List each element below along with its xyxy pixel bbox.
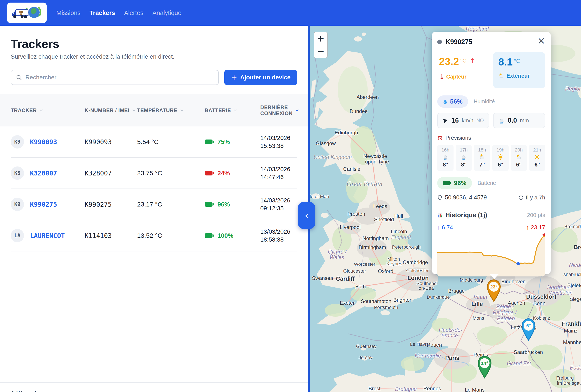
wind-box: 16 km/h NO — [437, 113, 489, 128]
main-nav: MissionsTrackersAlertesAnalytique — [56, 0, 182, 26]
map-label: Exeter — [340, 300, 354, 306]
map-label: Swansea — [312, 275, 333, 281]
nav-item[interactable]: Missions — [56, 9, 80, 16]
forecast-weather-icon — [529, 154, 545, 161]
sensor-temp-value: 23.2 — [439, 56, 459, 67]
items-count: 4 éléments — [11, 390, 308, 392]
add-device-button[interactable]: + Ajouter un device — [224, 70, 297, 85]
truck-globe-logo-icon — [11, 4, 43, 21]
table-row[interactable]: K3 K328007 K328007 23.75 °C 24% 14/03/20… — [11, 158, 297, 189]
battery-icon — [204, 201, 214, 207]
map-label: United Kingdom — [314, 154, 352, 160]
sort-chevron-icon — [132, 108, 136, 113]
last-connection-time: 14:47:46 — [260, 173, 297, 181]
tracker-name-link[interactable]: K990093 — [30, 138, 57, 146]
history-max: ↑ 23.17 — [526, 224, 545, 231]
column-header[interactable]: Batterie — [204, 107, 260, 113]
forecast-strip: 16h 8° 17h 8° 18h 7° — [437, 145, 545, 171]
map-marker-pin[interactable]: 6° — [520, 317, 537, 341]
battery-icon — [204, 170, 214, 176]
column-header[interactable]: Température — [137, 107, 204, 113]
column-header[interactable]: Tracker — [11, 107, 84, 113]
map-label: Belgique / — [493, 309, 516, 316]
tracker-name-link[interactable]: K328007 — [30, 170, 57, 177]
map-label: Keynes — [386, 261, 402, 267]
sort-chevron-icon — [39, 108, 44, 113]
map-label: Great Britain — [347, 180, 382, 188]
popup-tail — [490, 274, 499, 279]
forecast-cell: 17h 8° — [456, 145, 472, 171]
tracker-name-link[interactable]: K990275 — [30, 201, 57, 208]
battery-icon — [443, 181, 452, 186]
status-dot-icon — [437, 40, 442, 44]
map-label: Cymru / — [328, 249, 347, 255]
map-label: Brighton — [393, 297, 412, 303]
battery-icon — [204, 233, 214, 238]
nav-item[interactable]: Analytique — [152, 9, 181, 16]
column-header[interactable]: K-Number / IMEI — [84, 107, 137, 113]
map-label: on-Sea — [418, 285, 434, 291]
search-icon — [16, 74, 22, 81]
collapse-panel-button[interactable]: ‹ — [298, 202, 315, 229]
app-logo[interactable] — [7, 2, 47, 23]
map-label: Newcastle — [363, 153, 387, 159]
knumber-cell: K990093 — [84, 138, 137, 146]
close-icon[interactable]: × — [537, 36, 545, 45]
map-label: Siegen — [570, 297, 581, 302]
map-label: Mannhei — [563, 339, 581, 345]
clock-icon — [518, 195, 524, 200]
precipitation-box: 0.0 mm — [493, 113, 545, 128]
history-chart — [437, 233, 545, 276]
nav-item[interactable]: Alertes — [124, 9, 143, 16]
forecast-hour: 16h — [437, 147, 454, 153]
battery-pill: 96% — [437, 177, 472, 189]
map-label: England — [391, 234, 411, 240]
forecast-weather-icon — [437, 154, 454, 161]
battery-label: Batterie — [478, 180, 496, 186]
knumber-cell: K114103 — [84, 232, 137, 239]
bar-chart-icon — [437, 212, 443, 218]
last-connection-date: 14/03/2026 — [260, 196, 297, 204]
history-points-count: 200 pts — [527, 212, 545, 218]
svg-text:23°: 23° — [490, 284, 497, 290]
sort-chevron-icon — [295, 108, 300, 113]
map-label: Middelburg — [460, 277, 483, 283]
column-header[interactable]: Dernière connexion — [260, 104, 300, 116]
avatar: K9 — [11, 198, 24, 211]
coordinates: 50.9036, 4.4579 — [445, 194, 487, 201]
table-row[interactable]: K9 K990093 K990093 5.54 °C 75% 14/03/202… — [11, 126, 297, 158]
page-title: Trackers — [11, 37, 297, 51]
table-row[interactable]: LA LAURENCOT K114103 13.52 °C 100% 13/03… — [11, 220, 297, 251]
forecast-temp: 8° — [456, 161, 472, 168]
humidity-value: 56% — [450, 98, 462, 105]
zoom-in-button[interactable]: + — [314, 32, 327, 45]
map-label: Bath — [355, 284, 366, 290]
zoom-out-button[interactable]: − — [314, 45, 327, 58]
forecast-weather-icon — [456, 154, 472, 161]
map-label: Bonn — [534, 300, 546, 306]
map-label: Mons — [472, 315, 484, 321]
map-label: snabrück — [564, 272, 581, 277]
toolbar: + Ajouter un device — [11, 70, 297, 85]
map-label: Leeds — [373, 203, 387, 209]
avatar: K9 — [11, 135, 24, 149]
nav-item[interactable]: Trackers — [90, 9, 115, 16]
map-marker-pin[interactable]: 23° — [485, 278, 502, 302]
sun-cloud-icon — [498, 73, 504, 79]
map-marker-pin[interactable]: 14° — [476, 355, 493, 379]
map-label: Southampton — [361, 298, 392, 304]
sort-chevron-icon — [180, 108, 184, 113]
forecast-cell: 19h 6° — [492, 145, 508, 171]
wind-direction-icon — [442, 117, 448, 123]
search-input[interactable] — [26, 74, 214, 81]
tracker-name-link[interactable]: LAURENCOT — [30, 232, 65, 239]
map[interactable]: RogalandAgderRegion SyAberdeenDundeeEdin… — [310, 26, 581, 392]
table-row[interactable]: K9 K990275 K990275 23.17 °C 96% 14/03/20… — [11, 189, 297, 220]
map-label: Region Sy — [565, 86, 581, 92]
search-box — [11, 70, 219, 85]
map-label: Guernsey — [356, 344, 376, 349]
forecast-temp: 7° — [474, 161, 490, 168]
forecast-weather-icon — [492, 154, 508, 161]
forecast-cell: 20h 6° — [511, 145, 527, 171]
map-label: Saarbrücken — [514, 349, 543, 355]
